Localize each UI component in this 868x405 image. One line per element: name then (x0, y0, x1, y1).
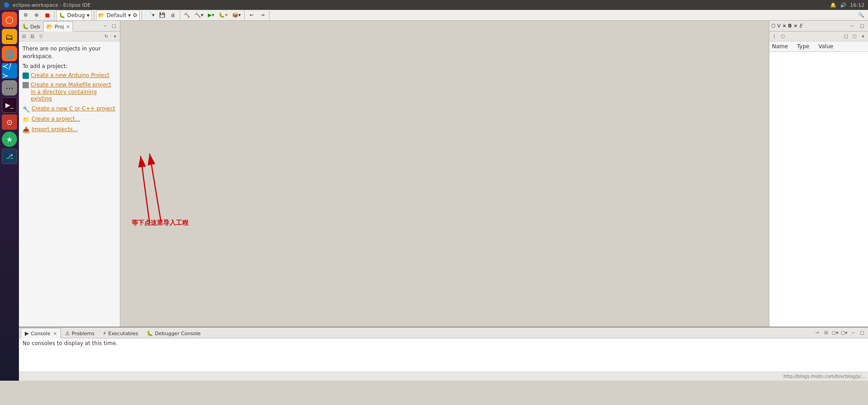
debugger-console-icon: 🐛 (146, 330, 153, 337)
tb-new[interactable]: 📄▾ (144, 10, 156, 21)
dock-eclipse[interactable]: ⊙ (2, 114, 17, 130)
col-value: Value (818, 43, 833, 50)
dock-firefox[interactable]: 🌐 (2, 46, 17, 61)
rp-btn3[interactable]: □ (842, 32, 850, 41)
tab-problems[interactable]: ⚠ Problems (61, 328, 98, 338)
dock-terminal[interactable]: ▶_ (2, 97, 17, 113)
annotation-arrows (120, 21, 769, 327)
default-label: Default (107, 12, 127, 18)
explorer-maximize[interactable]: □ (110, 22, 118, 30)
dock-apps[interactable]: ⋯ (2, 80, 17, 96)
tab-console[interactable]: ▶ Console ✕ (21, 328, 61, 338)
console-icon: ▶ (25, 330, 29, 337)
right-panel-close2[interactable]: ✕ (794, 23, 797, 28)
debug-label: Debug (67, 12, 85, 18)
right-panel-content (769, 52, 868, 327)
right-panel-e: E (799, 23, 802, 29)
explorer-tabbar: 🐛 Deb 📂 Proj ✕ − □ (19, 21, 120, 32)
ubuntu-dock: ◯ 🗂 🌐 ≺/≻ ⋯ ▶_ ⊙ ★ ⎇ (0, 10, 19, 381)
bottom-btn2[interactable]: ⊟ (822, 329, 830, 337)
debug-chevron: ▾ (87, 12, 89, 18)
problems-label: Problems (72, 331, 95, 337)
debug-tab-label: Deb (30, 24, 40, 30)
debug-dropdown[interactable]: 🐛 Debug ▾ (56, 10, 92, 21)
sound-icon[interactable]: 🔊 (840, 2, 846, 8)
title-bar-actions: 🔔 🔊 16:12 (830, 2, 864, 8)
toolbar-sep-3 (142, 11, 142, 20)
tab-project[interactable]: 📂 Proj ✕ (43, 21, 73, 32)
tb-save[interactable]: 💾 (157, 10, 167, 21)
tb-run[interactable]: ▶▾ (206, 10, 216, 21)
window-title: eclipse-workspace - Eclipse IDE (13, 2, 91, 8)
dock-nautilus[interactable]: 🗂 (2, 29, 17, 44)
tb-prev[interactable]: ← (247, 10, 256, 21)
tb-ext[interactable]: 📦▾ (230, 10, 243, 21)
tab-executables[interactable]: ⚡ Executables (99, 328, 142, 338)
col-name: Name (772, 43, 788, 50)
toolbar-sep-1 (54, 11, 55, 20)
proj-tab-close[interactable]: ✕ (66, 24, 70, 29)
arduino-icon (23, 73, 29, 79)
tab-debug[interactable]: 🐛 Deb (19, 21, 43, 32)
tb-build[interactable]: 🔨 (182, 10, 192, 21)
explorer-sync[interactable]: ↻ (102, 32, 110, 41)
right-panel-tab-label: ⬡ (771, 23, 776, 29)
dock-ubuntu[interactable]: ◯ (2, 12, 17, 27)
toolbar-sep-2 (94, 11, 94, 20)
rp-btn2[interactable]: ⬡ (779, 32, 787, 41)
bottom-maximize[interactable]: □ (858, 329, 866, 337)
right-minimize[interactable]: − (848, 22, 856, 30)
explorer-viewmenu[interactable]: ▾ (111, 32, 119, 41)
bottom-btn1[interactable]: → (813, 329, 821, 337)
link-create-project[interactable]: 📁 Create a project... (23, 116, 116, 123)
explorer-filter[interactable]: ▽ (37, 32, 45, 41)
proj-tab-icon: 📂 (46, 23, 53, 30)
folder-icon: 📁 (23, 116, 30, 123)
rp-btn4[interactable]: ⬡ (850, 32, 859, 41)
dock-vscode[interactable]: ≺/≻ (2, 63, 17, 78)
notification-icon[interactable]: 🔔 (830, 2, 836, 8)
svg-line-1 (150, 154, 161, 221)
problems-icon: ⚠ (65, 330, 70, 337)
bottom-minimize[interactable]: − (849, 329, 857, 337)
create-makefile-text: Create a new Makefile project in a direc… (31, 82, 116, 103)
link-create-cpp[interactable]: 🔧 Create a new C or C++ project (23, 105, 116, 113)
bottom-btn4[interactable]: □▾ (840, 329, 848, 337)
right-panel-toolbar: ⟨ ⬡ □ ⬡ ▾ (769, 32, 868, 41)
right-panel-close1[interactable]: ✕ (782, 23, 786, 28)
create-cpp-text: Create a new C or C++ project (32, 105, 115, 113)
right-panel-tabbar: ⬡ V ✕ B ✕ E − □ (769, 21, 868, 32)
rp-btn5[interactable]: ▾ (859, 32, 867, 41)
tb-print[interactable]: 🖨 (168, 10, 178, 21)
link-create-arduino[interactable]: Create a new Arduino Project (23, 72, 116, 79)
bottom-btn3[interactable]: □▾ (831, 329, 839, 337)
link-import-projects[interactable]: 📥 Import projects... (23, 126, 116, 134)
toolbar-btn-stop[interactable]: ■ (42, 10, 52, 21)
explorer-link[interactable]: ⛓ (28, 32, 37, 41)
tb-search[interactable]: 🔍 (856, 10, 866, 21)
dock-green[interactable]: ★ (2, 132, 17, 147)
rp-btn1[interactable]: ⟨ (770, 32, 778, 41)
tab-debugger-console[interactable]: 🐛 Debugger Console (142, 328, 205, 338)
link-create-makefile[interactable]: Create a new Makefile project in a direc… (23, 82, 116, 103)
dock-source[interactable]: ⎇ (2, 149, 17, 164)
app-icon: 🔵 (4, 2, 10, 8)
debug-icon: 🐛 (59, 12, 65, 18)
debug-tab-icon: 🐛 (22, 23, 29, 30)
toolbar-sep-4 (180, 11, 180, 20)
bottom-panel: ▶ Console ✕ ⚠ Problems ⚡ Executables 🐛 D… (19, 327, 868, 381)
default-dropdown[interactable]: 📂 Default ▾ ⚙ (96, 10, 140, 21)
explorer-collapse-all[interactable]: ⊟ (20, 32, 28, 41)
toolbar-btn-settings[interactable]: ⚙ (21, 10, 31, 21)
tb-next[interactable]: → (257, 10, 267, 21)
import-icon: 📥 (23, 127, 30, 134)
right-panel-b: B (788, 23, 792, 29)
tb-debug[interactable]: 🐛▾ (217, 10, 229, 21)
bottom-content: No consoles to display at this time. (19, 338, 868, 372)
console-close[interactable]: ✕ (53, 331, 57, 336)
makefile-icon (23, 82, 29, 88)
tb-build2[interactable]: 🔨▾ (193, 10, 206, 21)
toolbar-btn-alt[interactable]: ⊕ (32, 10, 41, 21)
right-maximize[interactable]: □ (858, 22, 866, 30)
explorer-minimize[interactable]: − (101, 22, 109, 30)
